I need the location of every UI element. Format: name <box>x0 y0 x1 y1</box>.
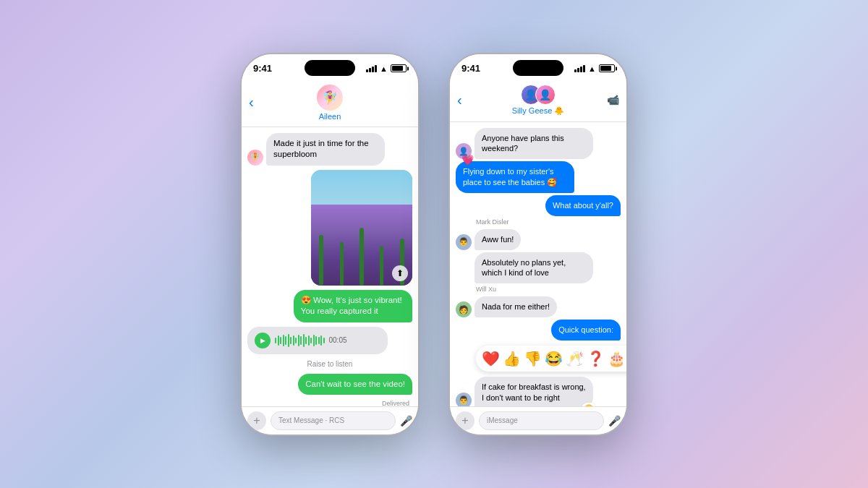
msg-row-g7: Quick question: <box>456 320 621 341</box>
bubble-g2: Flying down to my sister's place to see … <box>456 161 574 193</box>
tapback-question[interactable]: ❓ <box>587 350 605 367</box>
play-button[interactable]: ▶ <box>255 333 271 348</box>
group-avatars: 👤 👤 <box>521 85 556 105</box>
tapback-cake[interactable]: 🎂 <box>608 350 626 367</box>
contact-name-1: Aileen <box>319 112 341 121</box>
status-icons-2: ▲ <box>574 64 615 73</box>
msg-row-g4: 👨 Aww fun! <box>456 229 621 250</box>
signal-icon-2 <box>574 65 585 72</box>
sender-name-will: Will Xu <box>476 286 621 293</box>
mic-button-2[interactable]: 🎤 <box>608 415 621 427</box>
contact-avatar-1: 🧚‍♀️ <box>317 85 343 111</box>
status-icons-1: ▲ <box>366 64 407 73</box>
back-button-1[interactable]: ‹ <box>249 94 254 111</box>
tapback-haha[interactable]: 😂 <box>545 350 563 367</box>
dynamic-island-2 <box>513 60 563 76</box>
nav-bar-1: ‹ 🧚‍♀️ Aileen <box>242 80 418 127</box>
image-bubble: ⬆ <box>311 170 412 286</box>
image-message[interactable]: ⬆ <box>311 170 412 286</box>
video-call-button[interactable]: 📹 <box>607 94 619 106</box>
msg-row: 🧚 Made it just in time for the superbloo… <box>247 133 412 166</box>
msg-row-g3: What about y'all? <box>456 195 621 216</box>
input-bar-1: + Text Message · RCS 🎤 <box>242 406 418 435</box>
dynamic-island-1 <box>305 60 355 76</box>
msg-row-g1: 👤 Anyone have plans this weekend? <box>456 128 621 160</box>
waveform <box>275 333 325 348</box>
tapback-clap[interactable]: 🥂 <box>566 350 584 367</box>
wifi-icon: ▲ <box>380 64 388 73</box>
bubble-g1: Anyone have plans this weekend? <box>475 128 593 160</box>
bubble-g4: Aww fun! <box>475 229 521 250</box>
sent-heart-row: 💗 Flying down to my sister's place to se… <box>456 161 621 193</box>
message-input-2[interactable]: iMessage <box>479 411 604 430</box>
battery-icon-2 <box>599 64 615 72</box>
msg-row-g6: 🧑 Nada for me either! <box>456 296 621 317</box>
sent-heart-container: 💗 Flying down to my sister's place to se… <box>456 161 621 193</box>
input-placeholder-2: iMessage <box>487 416 518 424</box>
input-placeholder-1: Text Message · RCS <box>278 416 344 424</box>
status-time-2: 9:41 <box>461 63 480 74</box>
group-name: Silly Geese 🐥 <box>512 106 565 116</box>
mic-button-1[interactable]: 🎤 <box>400 415 412 427</box>
avatar-cake: 👨 <box>456 393 472 406</box>
bubble-sent-1: 😍 Wow, It's just so vibrant! You really … <box>294 290 412 322</box>
msg-row-sent-1: 😍 Wow, It's just so vibrant! You really … <box>247 290 412 322</box>
bubble-g5: Absolutely no plans yet, which I kind of… <box>475 252 593 284</box>
bubble-g7: Quick question: <box>551 320 621 341</box>
message-input-1[interactable]: Text Message · RCS <box>271 411 396 430</box>
avatar-mark: 👨 <box>456 234 472 250</box>
bubble-received-1: Made it just in time for the superbloom <box>266 133 385 166</box>
bubble-g8: If cake for breakfast is wrong, I don't … <box>475 377 593 406</box>
input-bar-2: + iMessage 🎤 <box>450 406 626 435</box>
phone-2: 9:41 ▲ ‹ 👤 👤 Silly Geese 🐥 📹 <box>448 53 628 436</box>
msg-row-g8: 👨 If cake for breakfast is wrong, I don'… <box>456 377 621 406</box>
delivered-label: Delivered <box>247 400 412 406</box>
tapback-bar: ❤️ 👍 👎 😂 🥂 ❓ 🎂 ⋯ <box>476 346 626 372</box>
bubble-g6: Nada for me either! <box>475 296 557 317</box>
back-button-2[interactable]: ‹ <box>457 92 462 108</box>
avatar-aileen: 🧚 <box>247 150 263 166</box>
contact-header-1[interactable]: 🧚‍♀️ Aileen <box>317 85 343 121</box>
signal-icon <box>366 65 377 72</box>
add-attachment-button-2[interactable]: + <box>456 411 475 430</box>
reaction-smiley: 😊 <box>582 403 596 406</box>
tapback-thumbsup[interactable]: 👍 <box>503 350 521 367</box>
add-attachment-button[interactable]: + <box>247 411 266 430</box>
status-time-1: 9:41 <box>253 63 272 74</box>
bubble-sent-2: Can't wait to see the video! <box>298 374 412 395</box>
tapback-heart[interactable]: ❤️ <box>482 350 500 367</box>
battery-icon <box>391 64 407 72</box>
group-header[interactable]: 👤 👤 Silly Geese 🐥 <box>512 85 565 116</box>
messages-area-1: 🧚 Made it just in time for the superbloo… <box>242 127 418 406</box>
tapback-thumbsdown[interactable]: 👎 <box>524 350 542 367</box>
wifi-icon-2: ▲ <box>588 64 596 73</box>
msg-row-g5: Absolutely no plans yet, which I kind of… <box>456 252 621 284</box>
audio-message[interactable]: ▶ <box>247 327 388 354</box>
bubble-g3: What about y'all? <box>545 195 621 216</box>
msg-row-sent-2: Can't wait to see the video! <box>247 374 412 395</box>
messages-area-2: 👤 Anyone have plans this weekend? 💗 Flyi… <box>450 122 626 406</box>
raise-to-listen-text: Raise to listen <box>247 360 412 368</box>
nav-bar-2: ‹ 👤 👤 Silly Geese 🐥 📹 <box>450 80 626 122</box>
sender-name-mark: Mark Disler <box>476 218 621 226</box>
group-avatar-2: 👤 <box>535 85 556 105</box>
phone-1: 9:41 ▲ ‹ 🧚‍♀️ Aileen 🧚 Made it just in t… <box>240 53 420 436</box>
share-button[interactable]: ⬆ <box>392 265 408 281</box>
avatar-will: 🧑 <box>456 301 472 317</box>
audio-duration: 00:05 <box>329 336 347 344</box>
